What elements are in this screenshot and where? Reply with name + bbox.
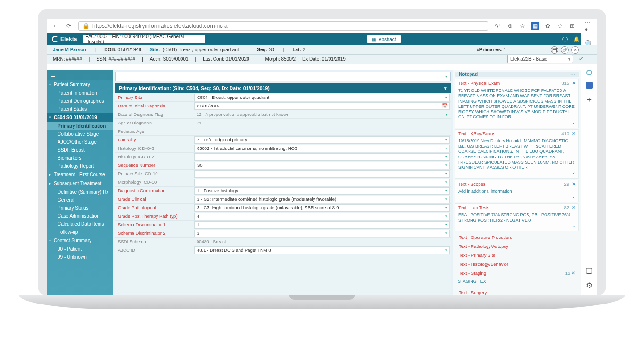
text-size-icon[interactable]: A⁺ <box>494 22 502 30</box>
close-icon[interactable]: ✕ <box>572 131 576 136</box>
field-value[interactable]: 1 - Positive histology▾ <box>194 187 450 195</box>
sidebar-patient-summary[interactable]: Patient Summary <box>47 80 113 89</box>
chevron-down-icon[interactable]: ▾ <box>445 155 447 159</box>
help-icon[interactable]: ⓘ <box>562 36 568 43</box>
notepad-link[interactable]: Text - Operative Procedure <box>455 233 579 241</box>
sidebar-item-primary-id[interactable]: Primary Identification <box>47 122 113 130</box>
chevron-down-icon[interactable]: ▾ <box>445 146 447 151</box>
form-row: Primary Site ICD-10▾ <box>115 170 451 178</box>
chevron-down-icon[interactable]: ▾ <box>445 180 447 185</box>
section-header[interactable]: Primary Identification: (Site: C504, Seq… <box>115 83 451 93</box>
abstract-button[interactable]: ▦ Abstract <box>367 35 401 43</box>
collections-icon[interactable]: ⊞ <box>569 22 576 30</box>
chevron-down-icon[interactable]: ▾ <box>445 214 447 219</box>
sidebar-treatment[interactable]: Treatment - First Course <box>47 170 113 179</box>
sidebar-item[interactable]: Definitive (Summary) Rx <box>47 188 113 196</box>
field-value[interactable]: ▾ <box>194 179 450 186</box>
url-bar[interactable]: 🔒 https://elekta-registryinformatics.ele… <box>78 21 488 31</box>
chevron-down-icon[interactable]: ▾ <box>445 248 447 253</box>
expand-icon[interactable]: ⌄ <box>458 223 576 229</box>
close-icon[interactable]: ✕ <box>572 181 576 187</box>
extension-icon[interactable]: ✿ <box>544 22 552 30</box>
sidebar-item[interactable]: SSDI: Breast <box>47 146 113 154</box>
save-icon[interactable]: 💾 <box>551 46 558 54</box>
link-icon[interactable]: 🔗 <box>561 46 569 54</box>
field-value[interactable]: 2 - Left - origin of primary▾ <box>194 136 450 144</box>
field-label: Grade Clinical <box>115 197 194 202</box>
circle-icon[interactable] <box>586 70 592 75</box>
notepad-link[interactable]: Text - Pathology/Autopsy <box>455 242 579 250</box>
sidebar-subsequent[interactable]: Subsequent Treatment <box>47 179 113 188</box>
favorite-icon[interactable]: ☆ <box>519 22 526 30</box>
field-value[interactable]: 48.1 - Breast DCIS and Paget TNM 8▾ <box>194 246 450 254</box>
browser-chrome: ← ⟳ 🔒 https://elekta-registryinformatics… <box>47 19 597 33</box>
sidebar-item[interactable]: General <box>47 196 113 204</box>
sidebar-contact[interactable]: Contact Summary <box>47 236 113 245</box>
apps-icon[interactable]: ▦ <box>531 22 539 30</box>
close-icon[interactable]: ✕ <box>572 81 576 86</box>
field-value[interactable]: 01/01/2019📅 <box>194 102 450 110</box>
favorites-bar-icon[interactable]: ✩ <box>556 22 564 30</box>
chevron-down-icon[interactable]: ▾ <box>445 197 447 202</box>
field-value[interactable]: 4▾ <box>194 213 450 220</box>
sidebar-item[interactable]: AJCC/Other Stage <box>47 138 113 146</box>
sidebar-item[interactable]: Patient Demographics <box>47 97 113 105</box>
refresh-icon[interactable]: ⟳ <box>65 22 73 30</box>
chevron-down-icon[interactable]: ▾ <box>446 112 448 117</box>
notepad-menu-icon[interactable]: ⋯ <box>570 72 575 77</box>
outlook-icon[interactable] <box>586 82 593 89</box>
field-value[interactable]: 2 - G2: Intermediate combined histologic… <box>194 196 450 203</box>
sidebar-item[interactable]: Biomarkers <box>47 154 113 162</box>
close-icon[interactable]: ✕ <box>572 205 576 210</box>
bell-icon[interactable]: 🔔 <box>573 36 580 42</box>
notepad-link[interactable]: Text - Staging12 ✕ <box>455 269 579 276</box>
more-icon[interactable]: ⋯● <box>585 22 592 30</box>
form-row: SSDI Schema00480 - Breast <box>115 238 451 246</box>
field-value[interactable]: ▾ <box>194 153 450 161</box>
chevron-down-icon[interactable]: ▾ <box>445 95 447 100</box>
close-icon[interactable]: ✕ <box>571 271 575 276</box>
sidebar-case[interactable]: C504 S0 01/01/2019 <box>47 113 113 122</box>
field-value[interactable]: ▾ <box>194 170 450 178</box>
sidebar-item[interactable]: Collaborative Stage <box>47 130 113 138</box>
sidebar-item[interactable]: 00 - Patient <box>47 245 113 253</box>
sidebar-item[interactable]: Calculated Data Items <box>47 220 113 228</box>
sidebar-toggle[interactable]: ☰ <box>47 70 113 80</box>
schema-select[interactable]: Elekta22B - Basic <box>507 55 573 63</box>
back-icon[interactable]: ← <box>52 22 59 30</box>
field-value[interactable]: 85002 - Intraductal carcinoma, noninfilt… <box>194 145 450 152</box>
add-tool-icon[interactable]: ＋ <box>585 95 594 104</box>
notepad-link[interactable]: Text - Primary Site <box>455 251 579 259</box>
sidebar-item[interactable]: Patient Information <box>47 89 113 97</box>
expand-icon[interactable]: ⌄ <box>458 194 576 199</box>
field-value[interactable]: 3 - G3: High combined histologic grade (… <box>194 204 450 212</box>
section-strip[interactable]: ▾ <box>115 72 451 81</box>
check-icon[interactable]: ✔ <box>579 56 584 62</box>
chevron-down-icon[interactable]: ▾ <box>445 231 447 236</box>
calendar-icon[interactable]: 📅 <box>442 103 447 108</box>
expand-icon[interactable]: ⌄ <box>458 120 576 125</box>
close-icon[interactable]: ✕ <box>571 46 579 54</box>
field-value[interactable]: 1▾ <box>194 221 450 229</box>
chevron-down-icon[interactable]: ▾ <box>445 205 447 210</box>
field-value[interactable]: 2▾ <box>194 230 450 237</box>
notepad-item: Text - Scopes29✕Add in additional inform… <box>455 180 579 203</box>
sidebar-item[interactable]: Follow-up <box>47 228 113 236</box>
chevron-down-icon[interactable]: ▾ <box>445 163 447 168</box>
sidebar-item[interactable]: Case Administration <box>47 212 113 220</box>
expand-icon[interactable]: ⌄ <box>458 170 576 175</box>
chevron-down-icon[interactable]: ▾ <box>445 189 447 193</box>
facility-box[interactable]: FAC: 0002 - FIN: 0006940040 (IMPAC Gener… <box>83 35 205 43</box>
notepad-link[interactable]: Text - Histology/Behavior <box>455 260 579 268</box>
chevron-down-icon[interactable]: ▾ <box>445 222 447 227</box>
sidebar-item[interactable]: Pathology Report <box>47 162 113 170</box>
chevron-down-icon[interactable]: ▾ <box>445 172 447 176</box>
field-value[interactable]: S0▾ <box>194 162 450 169</box>
chevron-down-icon[interactable]: ▾ <box>445 138 447 142</box>
panel-icon[interactable]: ▢ <box>585 266 594 274</box>
sidebar-item[interactable]: 99 - Unknown <box>47 253 113 261</box>
sidebar-item[interactable]: Patient Status <box>47 105 113 113</box>
zoom-icon[interactable]: ⊕ <box>506 22 514 30</box>
field-value[interactable]: C504 - Breast, upper-outer quadrant▾ <box>194 94 450 101</box>
sidebar-item[interactable]: Primary Status <box>47 204 113 212</box>
